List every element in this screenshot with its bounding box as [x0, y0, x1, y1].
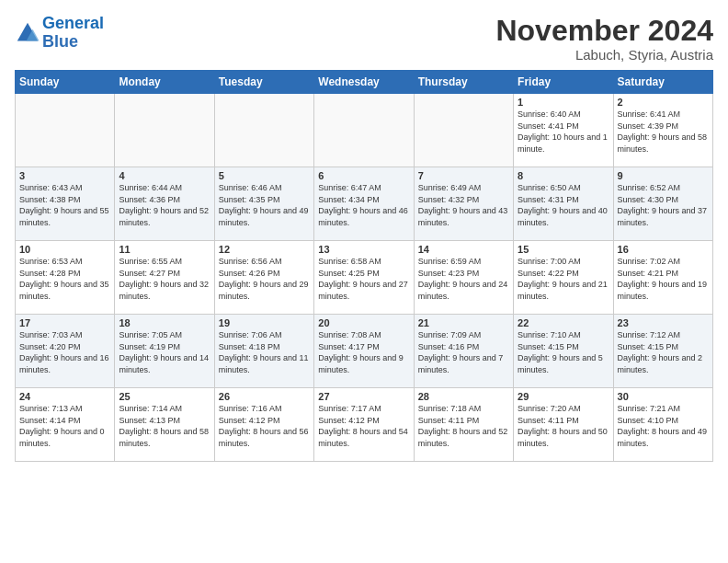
- day-number: 17: [19, 317, 110, 328]
- page: General Blue November 2024 Labuch, Styri…: [0, 0, 728, 563]
- col-sunday: Sunday: [16, 71, 115, 94]
- calendar-cell: 4Sunrise: 6:44 AM Sunset: 4:36 PM Daylig…: [115, 167, 214, 241]
- day-info: Sunrise: 7:13 AM Sunset: 4:14 PM Dayligh…: [19, 403, 110, 449]
- day-number: 23: [618, 317, 709, 328]
- calendar-cell: 23Sunrise: 7:12 AM Sunset: 4:15 PM Dayli…: [613, 315, 712, 388]
- calendar-cell: 9Sunrise: 6:52 AM Sunset: 4:30 PM Daylig…: [613, 167, 712, 241]
- calendar-cell: 20Sunrise: 7:08 AM Sunset: 4:17 PM Dayli…: [314, 315, 414, 388]
- calendar-cell: [314, 94, 414, 167]
- day-info: Sunrise: 6:55 AM Sunset: 4:27 PM Dayligh…: [119, 256, 210, 302]
- day-info: Sunrise: 7:20 AM Sunset: 4:11 PM Dayligh…: [518, 403, 609, 449]
- calendar-row-4: 24Sunrise: 7:13 AM Sunset: 4:14 PM Dayli…: [16, 388, 713, 462]
- calendar-cell: 11Sunrise: 6:55 AM Sunset: 4:27 PM Dayli…: [115, 241, 214, 315]
- day-info: Sunrise: 6:44 AM Sunset: 4:36 PM Dayligh…: [119, 182, 210, 228]
- day-number: 9: [618, 170, 709, 181]
- day-number: 11: [119, 244, 210, 255]
- calendar-cell: 24Sunrise: 7:13 AM Sunset: 4:14 PM Dayli…: [16, 388, 115, 462]
- day-info: Sunrise: 7:02 AM Sunset: 4:21 PM Dayligh…: [618, 256, 709, 302]
- day-number: 1: [518, 97, 609, 108]
- month-title: November 2024: [495, 15, 713, 47]
- title-block: November 2024 Labuch, Styria, Austria: [495, 15, 713, 63]
- col-friday: Friday: [514, 71, 613, 94]
- day-info: Sunrise: 6:49 AM Sunset: 4:32 PM Dayligh…: [418, 182, 509, 228]
- day-info: Sunrise: 7:00 AM Sunset: 4:22 PM Dayligh…: [518, 256, 609, 302]
- day-info: Sunrise: 7:10 AM Sunset: 4:15 PM Dayligh…: [518, 329, 609, 375]
- day-number: 30: [618, 391, 709, 402]
- calendar-cell: [414, 94, 513, 167]
- day-number: 22: [518, 317, 609, 328]
- calendar-cell: 14Sunrise: 6:59 AM Sunset: 4:23 PM Dayli…: [414, 241, 513, 315]
- day-number: 5: [219, 170, 310, 181]
- day-number: 21: [418, 317, 509, 328]
- day-number: 24: [19, 391, 110, 402]
- day-number: 2: [618, 97, 709, 108]
- day-number: 13: [318, 244, 409, 255]
- calendar-row-2: 10Sunrise: 6:53 AM Sunset: 4:28 PM Dayli…: [16, 241, 713, 315]
- calendar-cell: 12Sunrise: 6:56 AM Sunset: 4:26 PM Dayli…: [214, 241, 313, 315]
- day-info: Sunrise: 6:52 AM Sunset: 4:30 PM Dayligh…: [618, 182, 709, 228]
- calendar-row-1: 3Sunrise: 6:43 AM Sunset: 4:38 PM Daylig…: [16, 167, 713, 241]
- day-info: Sunrise: 7:17 AM Sunset: 4:12 PM Dayligh…: [318, 403, 409, 449]
- day-info: Sunrise: 6:59 AM Sunset: 4:23 PM Dayligh…: [418, 256, 509, 302]
- day-info: Sunrise: 7:16 AM Sunset: 4:12 PM Dayligh…: [219, 403, 310, 449]
- calendar-body: 1Sunrise: 6:40 AM Sunset: 4:41 PM Daylig…: [16, 94, 713, 462]
- day-info: Sunrise: 7:06 AM Sunset: 4:18 PM Dayligh…: [219, 329, 310, 375]
- day-number: 7: [418, 170, 509, 181]
- day-number: 16: [618, 244, 709, 255]
- calendar-cell: 6Sunrise: 6:47 AM Sunset: 4:34 PM Daylig…: [314, 167, 414, 241]
- day-info: Sunrise: 7:12 AM Sunset: 4:15 PM Dayligh…: [618, 329, 709, 375]
- day-number: 8: [518, 170, 609, 181]
- day-number: 27: [318, 391, 409, 402]
- header: General Blue November 2024 Labuch, Styri…: [15, 15, 713, 63]
- day-number: 28: [418, 391, 509, 402]
- logo-line1: General: [42, 14, 104, 32]
- day-info: Sunrise: 7:05 AM Sunset: 4:19 PM Dayligh…: [119, 329, 210, 375]
- calendar-cell: 10Sunrise: 6:53 AM Sunset: 4:28 PM Dayli…: [16, 241, 115, 315]
- calendar-cell: 13Sunrise: 6:58 AM Sunset: 4:25 PM Dayli…: [314, 241, 414, 315]
- day-info: Sunrise: 6:46 AM Sunset: 4:35 PM Dayligh…: [219, 182, 310, 228]
- calendar-cell: 1Sunrise: 6:40 AM Sunset: 4:41 PM Daylig…: [514, 94, 613, 167]
- calendar-cell: 17Sunrise: 7:03 AM Sunset: 4:20 PM Dayli…: [16, 315, 115, 388]
- col-wednesday: Wednesday: [314, 71, 414, 94]
- day-number: 6: [318, 170, 409, 181]
- header-row: Sunday Monday Tuesday Wednesday Thursday…: [16, 71, 713, 94]
- day-info: Sunrise: 7:03 AM Sunset: 4:20 PM Dayligh…: [19, 329, 110, 375]
- day-number: 3: [19, 170, 110, 181]
- logo-icon: [15, 20, 40, 46]
- day-number: 20: [318, 317, 409, 328]
- day-info: Sunrise: 6:47 AM Sunset: 4:34 PM Dayligh…: [318, 182, 409, 228]
- calendar-row-3: 17Sunrise: 7:03 AM Sunset: 4:20 PM Dayli…: [16, 315, 713, 388]
- calendar-cell: 22Sunrise: 7:10 AM Sunset: 4:15 PM Dayli…: [514, 315, 613, 388]
- calendar-cell: [115, 94, 214, 167]
- calendar-cell: 8Sunrise: 6:50 AM Sunset: 4:31 PM Daylig…: [514, 167, 613, 241]
- day-info: Sunrise: 6:56 AM Sunset: 4:26 PM Dayligh…: [219, 256, 310, 302]
- logo: General Blue: [15, 15, 104, 52]
- day-info: Sunrise: 7:21 AM Sunset: 4:10 PM Dayligh…: [618, 403, 709, 449]
- calendar-cell: 26Sunrise: 7:16 AM Sunset: 4:12 PM Dayli…: [214, 388, 313, 462]
- calendar-cell: 2Sunrise: 6:41 AM Sunset: 4:39 PM Daylig…: [613, 94, 712, 167]
- day-number: 15: [518, 244, 609, 255]
- calendar-cell: 18Sunrise: 7:05 AM Sunset: 4:19 PM Dayli…: [115, 315, 214, 388]
- calendar-row-0: 1Sunrise: 6:40 AM Sunset: 4:41 PM Daylig…: [16, 94, 713, 167]
- calendar-cell: 5Sunrise: 6:46 AM Sunset: 4:35 PM Daylig…: [214, 167, 313, 241]
- day-number: 18: [119, 317, 210, 328]
- day-number: 26: [219, 391, 310, 402]
- col-thursday: Thursday: [414, 71, 513, 94]
- day-info: Sunrise: 7:14 AM Sunset: 4:13 PM Dayligh…: [119, 403, 210, 449]
- day-info: Sunrise: 7:08 AM Sunset: 4:17 PM Dayligh…: [318, 329, 409, 375]
- day-info: Sunrise: 7:09 AM Sunset: 4:16 PM Dayligh…: [418, 329, 509, 375]
- col-tuesday: Tuesday: [214, 71, 313, 94]
- day-info: Sunrise: 6:41 AM Sunset: 4:39 PM Dayligh…: [618, 109, 709, 155]
- location: Labuch, Styria, Austria: [495, 47, 713, 63]
- calendar-cell: 21Sunrise: 7:09 AM Sunset: 4:16 PM Dayli…: [414, 315, 513, 388]
- day-info: Sunrise: 6:43 AM Sunset: 4:38 PM Dayligh…: [19, 182, 110, 228]
- day-number: 4: [119, 170, 210, 181]
- calendar-cell: 30Sunrise: 7:21 AM Sunset: 4:10 PM Dayli…: [613, 388, 712, 462]
- calendar-cell: 28Sunrise: 7:18 AM Sunset: 4:11 PM Dayli…: [414, 388, 513, 462]
- day-number: 14: [418, 244, 509, 255]
- day-info: Sunrise: 7:18 AM Sunset: 4:11 PM Dayligh…: [418, 403, 509, 449]
- logo-text: General Blue: [42, 15, 104, 52]
- calendar-cell: [214, 94, 313, 167]
- day-number: 25: [119, 391, 210, 402]
- day-info: Sunrise: 6:50 AM Sunset: 4:31 PM Dayligh…: [518, 182, 609, 228]
